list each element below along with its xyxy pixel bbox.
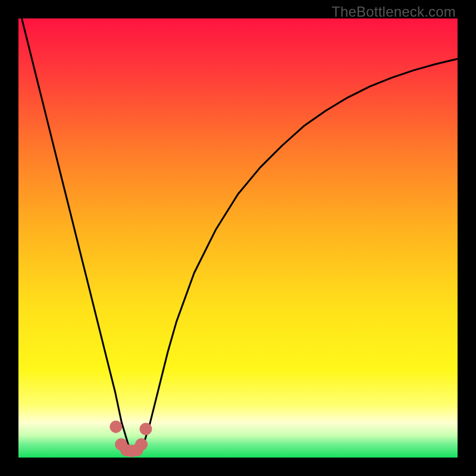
curve-layer (18, 18, 458, 458)
highlight-marker (140, 423, 152, 435)
plot-area (18, 18, 458, 458)
chart-frame: TheBottleneck.com (0, 0, 476, 476)
bottleneck-curve (18, 18, 458, 451)
highlight-marker (110, 421, 122, 433)
highlight-marker (136, 439, 148, 450)
watermark-text: TheBottleneck.com (331, 4, 456, 20)
